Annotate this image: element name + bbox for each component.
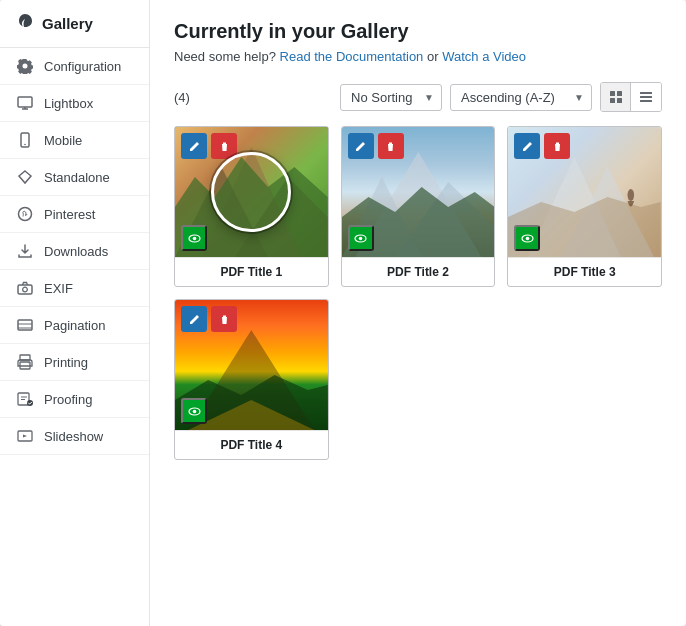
page-title: Currently in your Gallery	[174, 20, 662, 43]
page-subtitle: Need some help? Read the Documentation o…	[174, 49, 662, 64]
gallery-item-4-preview	[181, 398, 207, 424]
sidebar-item-lightbox[interactable]: Lightbox	[0, 85, 149, 122]
gallery-toolbar: (4) No Sorting Title Date Random ▼ Ascen…	[174, 82, 662, 112]
sidebar-item-exif-label: EXIF	[44, 281, 73, 296]
gallery-grid: PDF Title 1	[174, 126, 662, 460]
gallery-item-3-preview-button[interactable]	[514, 225, 540, 251]
gallery-item-2-actions	[348, 133, 404, 159]
view-toggle	[600, 82, 662, 112]
svg-rect-10	[20, 355, 30, 360]
sidebar-item-mobile-label: Mobile	[44, 133, 82, 148]
pinterest-icon	[16, 205, 34, 223]
gallery-item-3-actions	[514, 133, 570, 159]
svg-point-6	[23, 287, 28, 292]
gallery-count: (4)	[174, 90, 190, 105]
sidebar-item-proofing[interactable]: Proofing	[0, 381, 149, 418]
gallery-item-2-delete-button[interactable]	[378, 133, 404, 159]
gallery-item-3-thumb	[508, 127, 661, 257]
sidebar-item-slideshow-label: Slideshow	[44, 429, 103, 444]
app-container: Gallery Configuration	[0, 0, 686, 626]
gallery-item-1-preview	[181, 225, 207, 251]
docs-link[interactable]: Read the Documentation	[280, 49, 424, 64]
gallery-item-4-delete-button[interactable]	[211, 306, 237, 332]
camera-icon	[16, 279, 34, 297]
gallery-item-4-thumb	[175, 300, 328, 430]
sorting-select[interactable]: No Sorting Title Date Random	[340, 84, 442, 111]
gallery-item-4[interactable]: PDF Title 4	[174, 299, 329, 460]
gallery-item-1[interactable]: PDF Title 1	[174, 126, 329, 287]
slideshow-icon	[16, 427, 34, 445]
sidebar-item-configuration-label: Configuration	[44, 59, 121, 74]
sidebar-item-slideshow[interactable]: Slideshow	[0, 418, 149, 455]
svg-rect-17	[610, 91, 615, 96]
gallery-item-2[interactable]: PDF Title 2	[341, 126, 496, 287]
sidebar-item-mobile[interactable]: Mobile	[0, 122, 149, 159]
sidebar-logo: Gallery	[0, 0, 149, 48]
proofing-icon	[16, 390, 34, 408]
sidebar-logo-label: Gallery	[42, 15, 93, 32]
svg-point-4	[19, 208, 32, 221]
gallery-item-3-delete-button[interactable]	[544, 133, 570, 159]
svg-rect-22	[640, 96, 652, 98]
gallery-item-3[interactable]: PDF Title 3	[507, 126, 662, 287]
sidebar-item-pagination[interactable]: Pagination	[0, 307, 149, 344]
gallery-item-4-edit-button[interactable]	[181, 306, 207, 332]
sidebar: Gallery Configuration	[0, 0, 150, 626]
gallery-item-4-actions	[181, 306, 237, 332]
grid-view-button[interactable]	[601, 83, 631, 111]
gallery-item-1-preview-button[interactable]	[181, 225, 207, 251]
sidebar-item-printing[interactable]: Printing	[0, 344, 149, 381]
sidebar-item-downloads-label: Downloads	[44, 244, 108, 259]
svg-point-2	[24, 144, 26, 146]
sidebar-item-pinterest[interactable]: Pinterest	[0, 196, 149, 233]
gallery-item-1-label: PDF Title 1	[175, 257, 328, 286]
svg-point-29	[192, 236, 196, 240]
print-icon	[16, 353, 34, 371]
order-select[interactable]: Ascending (A-Z) Descending (Z-A)	[450, 84, 592, 111]
svg-point-41	[526, 236, 530, 240]
svg-rect-21	[640, 92, 652, 94]
sidebar-item-pinterest-label: Pinterest	[44, 207, 95, 222]
gallery-item-2-thumb	[342, 127, 495, 257]
svg-rect-5	[18, 285, 32, 294]
main-content: Currently in your Gallery Need some help…	[150, 0, 686, 626]
sidebar-item-downloads[interactable]: Downloads	[0, 233, 149, 270]
sidebar-item-printing-label: Printing	[44, 355, 88, 370]
gallery-leaf-icon	[16, 12, 34, 35]
gallery-item-4-preview-button[interactable]	[181, 398, 207, 424]
sidebar-item-standalone[interactable]: Standalone	[0, 159, 149, 196]
mobile-icon	[16, 131, 34, 149]
order-select-wrapper: Ascending (A-Z) Descending (Z-A) ▼	[450, 84, 592, 111]
sidebar-item-pagination-label: Pagination	[44, 318, 105, 333]
list-view-button[interactable]	[631, 83, 661, 111]
sidebar-item-lightbox-label: Lightbox	[44, 96, 93, 111]
sidebar-item-standalone-label: Standalone	[44, 170, 110, 185]
svg-rect-23	[640, 100, 652, 102]
svg-point-46	[192, 409, 196, 413]
gallery-item-2-preview	[348, 225, 374, 251]
gallery-item-1-actions	[181, 133, 237, 159]
gallery-item-1-delete-button[interactable]	[211, 133, 237, 159]
svg-rect-20	[617, 98, 622, 103]
svg-marker-3	[19, 171, 31, 183]
toolbar-right: No Sorting Title Date Random ▼ Ascending…	[340, 82, 662, 112]
sidebar-item-configuration[interactable]: Configuration	[0, 48, 149, 85]
svg-marker-16	[23, 435, 27, 438]
gallery-item-2-preview-button[interactable]	[348, 225, 374, 251]
sidebar-nav: Configuration Lightbox	[0, 48, 149, 626]
sidebar-item-exif[interactable]: EXIF	[0, 270, 149, 307]
gallery-item-1-edit-button[interactable]	[181, 133, 207, 159]
gallery-item-2-label: PDF Title 2	[342, 257, 495, 286]
download-icon	[16, 242, 34, 260]
sidebar-item-proofing-label: Proofing	[44, 392, 92, 407]
gallery-item-1-thumb	[175, 127, 328, 257]
gallery-item-3-edit-button[interactable]	[514, 133, 540, 159]
gear-icon	[16, 57, 34, 75]
video-link[interactable]: Watch a Video	[442, 49, 526, 64]
pagination-icon	[16, 316, 34, 334]
gallery-item-2-edit-button[interactable]	[348, 133, 374, 159]
svg-rect-19	[610, 98, 615, 103]
diamond-icon	[16, 168, 34, 186]
svg-point-39	[628, 189, 635, 201]
svg-rect-0	[18, 97, 32, 107]
